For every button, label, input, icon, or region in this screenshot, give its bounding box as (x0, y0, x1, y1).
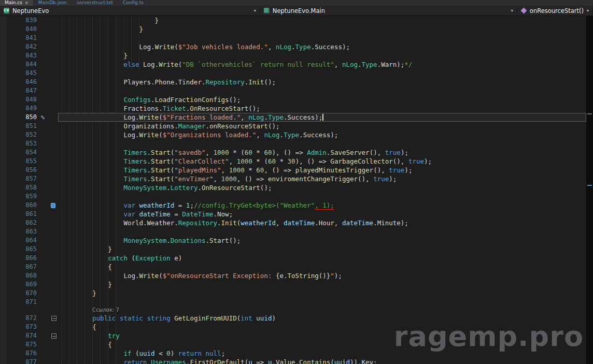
code-line[interactable]: 851 Organizations.Manager.onResourceStar… (7, 122, 586, 130)
line-number[interactable]: 845 (7, 69, 39, 78)
line-number[interactable]: 872 (7, 314, 39, 323)
code-line[interactable]: 862 World.Weather.Repository.Init(weathe… (7, 219, 586, 227)
fold-collapse-button[interactable]: − (51, 333, 57, 339)
fold-column (50, 210, 58, 219)
line-number[interactable]: 875 (7, 340, 39, 349)
line-number[interactable]: 862 (7, 219, 39, 227)
line-number[interactable]: 874 (7, 331, 39, 340)
line-number[interactable]: 861 (7, 210, 39, 219)
line-number[interactable]: 859 (7, 192, 39, 201)
line-number[interactable]: 854 (7, 148, 39, 157)
tab-maindb-json[interactable]: MainDb.json (34, 0, 72, 6)
fold-column (50, 280, 58, 289)
line-number[interactable]: 863 (7, 227, 39, 236)
fold-column (50, 25, 58, 34)
code-line[interactable]: 868 Log.Write($"onResourceStart Exceptio… (7, 271, 586, 280)
line-number[interactable]: 855 (7, 157, 39, 166)
line-number[interactable]: 876 (7, 349, 39, 358)
line-number[interactable]: 847 (7, 86, 39, 95)
line-number[interactable]: 860 (7, 201, 39, 210)
code-line[interactable]: 850✎ Log.Write($"Fractions loaded.", nLo… (7, 113, 586, 122)
line-number[interactable]: 873 (7, 323, 39, 331)
line-number[interactable]: 870 (7, 289, 39, 298)
fold-collapse-button[interactable]: − (51, 316, 57, 321)
code-line[interactable]: 869 } (7, 280, 586, 289)
member-dropdown[interactable]: onResourceStart() ▾ (517, 6, 593, 16)
line-number[interactable]: 841 (7, 34, 39, 42)
line-number[interactable]: 867 (7, 263, 39, 271)
code-line[interactable]: 867 { (7, 263, 586, 271)
tab-serverstruct[interactable]: serverstruct.txt (72, 0, 118, 6)
line-number[interactable]: 842 (7, 42, 39, 51)
code-line[interactable]: 844 else Log.Write("DB `othervehicles` r… (7, 60, 586, 69)
code-line[interactable]: 870 } (7, 289, 586, 298)
line-number[interactable]: 843 (7, 51, 39, 60)
code-line[interactable]: 863 (7, 227, 586, 236)
code-line[interactable]: 849 Fractions.Ticket.OnResourceStart(); (7, 104, 586, 113)
code-line[interactable]: 865 } (7, 245, 586, 254)
type-dropdown[interactable]: NeptuneEvo.Main ▾ (260, 6, 517, 16)
code-line[interactable]: 857 Timers.Start("envTimer", 1000, () =>… (7, 174, 586, 183)
line-number[interactable]: 852 (7, 130, 39, 139)
line-number[interactable]: 871 (7, 298, 39, 307)
line-number[interactable]: 839 (7, 16, 39, 25)
fold-column (50, 245, 58, 254)
fold-column (50, 157, 58, 166)
fold-column (50, 219, 58, 227)
code-line[interactable]: 847 (7, 86, 586, 95)
code-line[interactable]: 866 catch (Exception e) (7, 254, 586, 263)
code-line[interactable]: 853 (7, 139, 586, 148)
line-number[interactable]: 851 (7, 122, 39, 130)
code-line[interactable]: 842 Log.Write($"Job vehicles loaded.", n… (7, 42, 586, 51)
line-number[interactable]: 848 (7, 95, 39, 104)
code-line[interactable]: 864 MoneySystem.Donations.Start(); (7, 236, 586, 245)
line-number[interactable]: 858 (7, 183, 39, 192)
line-number[interactable]: 857 (7, 174, 39, 183)
line-number[interactable]: 864 (7, 236, 39, 245)
code-line[interactable]: 856 Timers.Start("playedMins", 1000 * 60… (7, 166, 586, 174)
code-line[interactable]: 861 var dateTime = DateTime.Now; (7, 210, 586, 219)
line-number[interactable]: 865 (7, 245, 39, 254)
code-line[interactable]: 846 Players.Phone.Tinder.Repository.Init… (7, 78, 586, 86)
line-number[interactable]: 853 (7, 139, 39, 148)
code-line[interactable]: 859 (7, 192, 586, 201)
line-number[interactable]: 856 (7, 166, 39, 174)
code-text: } (58, 16, 586, 25)
code-line[interactable]: 854 Timers.Start("savedb", 1000 * (60 * … (7, 148, 586, 157)
code-line[interactable]: 848 Configs.LoadFractionConfigs(); (7, 95, 586, 104)
line-number[interactable]: 844 (7, 60, 39, 69)
fold-column (50, 166, 58, 174)
code-line[interactable]: 845 (7, 69, 586, 78)
tab-label: MainDb.json (38, 0, 67, 6)
code-line[interactable]: 852 Log.Write($"Organizations loaded.", … (7, 130, 586, 139)
code-line[interactable]: 871 (7, 298, 586, 307)
project-dropdown[interactable]: C# NeptuneEvo ▾ (0, 6, 260, 16)
line-number[interactable]: 868 (7, 271, 39, 280)
gutter-icons (39, 254, 50, 263)
close-icon[interactable]: × (25, 0, 29, 6)
line-number[interactable]: 877 (7, 358, 39, 364)
line-number[interactable]: 840 (7, 25, 39, 34)
code-line[interactable]: 858 MoneySystem.Lottery.OnResourceStart(… (7, 183, 586, 192)
codelens-references[interactable]: Ссылок: 7 (92, 307, 119, 313)
tab-config[interactable]: Config.ts (118, 0, 149, 6)
fold-column (50, 86, 58, 95)
vertical-scrollbar[interactable] (586, 16, 593, 364)
code-text: Timers.Start("playedMins", 1000 * 60, ()… (58, 166, 586, 174)
line-number[interactable]: 846 (7, 78, 39, 86)
code-line[interactable]: 840 } (7, 25, 586, 34)
line-number[interactable]: 849 (7, 104, 39, 113)
fold-column (50, 263, 58, 271)
line-number[interactable]: 866 (7, 254, 39, 263)
code-line[interactable]: 860 var weatherId = 1;//config.TryGet<by… (7, 201, 586, 210)
tab-main-cs[interactable]: Main.cs × (0, 0, 34, 6)
line-number[interactable]: 869 (7, 280, 39, 289)
code-line[interactable]: 841 (7, 34, 586, 42)
code-line[interactable]: 839 } (7, 16, 586, 25)
code-line[interactable]: 855 Timers.Start("ClearCollect", 1000 * … (7, 157, 586, 166)
gutter-icons (39, 358, 50, 364)
code-line[interactable]: 843 } (7, 51, 586, 60)
line-number[interactable]: 850 (7, 113, 39, 122)
code-editor: 839 }840 }841842 Log.Write($"Job vehicle… (0, 16, 593, 364)
code-line[interactable]: 877 return Usernames.FirstOrDefault(u =>… (7, 358, 586, 364)
